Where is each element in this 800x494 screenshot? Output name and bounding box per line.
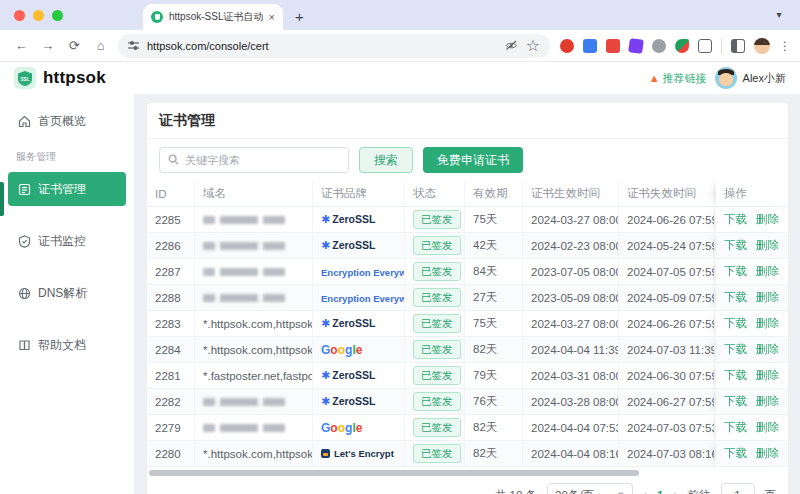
delete-link[interactable]: 删除 xyxy=(756,317,779,329)
cert-brand: ✱ZeroSSL xyxy=(313,311,405,337)
cert-domain xyxy=(195,285,313,311)
user-menu[interactable]: Alex小新 xyxy=(715,67,786,89)
cert-expire-time: 2024-07-03 11:39:38 xyxy=(619,337,715,363)
home-icon[interactable]: ⌂ xyxy=(91,34,112,58)
download-link[interactable]: 下载 xyxy=(724,265,747,277)
cert-effective-time: 2024-04-04 08:16:25 xyxy=(523,441,619,467)
scrollbar-thumb[interactable] xyxy=(149,470,639,476)
sidebar-item-help-docs[interactable]: 帮助文档 xyxy=(8,328,126,362)
cert-validity: 75天 xyxy=(465,311,523,337)
tab-close-icon[interactable]: × xyxy=(269,11,275,23)
maximize-window-button[interactable] xyxy=(52,10,63,21)
cert-brand: Encryption Everywhere™ xyxy=(313,285,405,311)
side-panel-icon[interactable] xyxy=(731,39,745,53)
ext-gray-circle[interactable] xyxy=(652,39,666,53)
cert-expire-time: 2024-07-03 08:16:24 xyxy=(619,441,715,467)
delete-link[interactable]: 删除 xyxy=(756,369,779,381)
cert-effective-time: 2024-03-28 08:00:00 xyxy=(523,389,619,415)
close-window-button[interactable] xyxy=(14,10,25,21)
profile-avatar[interactable] xyxy=(754,38,770,54)
extensions-puzzle-icon[interactable] xyxy=(698,39,712,53)
next-page-button[interactable]: › xyxy=(674,488,678,494)
cert-effective-time: 2024-03-27 08:00:00 xyxy=(523,311,619,337)
col-id: ID xyxy=(147,181,195,207)
download-link[interactable]: 下载 xyxy=(724,213,747,225)
flame-icon: ▲ xyxy=(649,72,660,84)
download-link[interactable]: 下载 xyxy=(724,395,747,407)
status-badge: 已签发 xyxy=(413,340,461,359)
ext-purple-square[interactable] xyxy=(628,38,644,54)
ext-red-circle[interactable] xyxy=(560,39,574,53)
horizontal-scrollbar[interactable] xyxy=(149,470,786,476)
password-hidden-icon[interactable] xyxy=(505,40,518,51)
site-settings-icon[interactable] xyxy=(128,40,139,51)
ext-red-square[interactable] xyxy=(606,39,620,53)
download-link[interactable]: 下载 xyxy=(724,369,747,381)
cert-actions-cell: 下载删除 xyxy=(716,259,788,285)
table-row: 2279 Google 已签发 82天 2024-04-04 07:53:53 … xyxy=(147,415,788,441)
col-actions: 操作 xyxy=(716,181,788,207)
cert-validity: 79天 xyxy=(465,363,523,389)
sidebar-item-cert-management[interactable]: 证书管理 xyxy=(8,172,126,206)
referral-link[interactable]: ▲ 推荐链接 xyxy=(649,71,707,86)
sidebar-item-home[interactable]: 首页概览 xyxy=(8,104,126,138)
page-unit: 页 xyxy=(765,488,777,494)
toolbar-divider xyxy=(721,38,722,54)
col-validity: 有效期 xyxy=(465,181,523,207)
forward-icon[interactable]: → xyxy=(38,34,59,58)
delete-link[interactable]: 删除 xyxy=(756,343,779,355)
download-link[interactable]: 下载 xyxy=(724,343,747,355)
new-tab-button[interactable]: + xyxy=(295,8,304,25)
cert-validity: 82天 xyxy=(465,441,523,467)
cert-status-cell: 已签发 xyxy=(405,285,465,311)
menu-dots-icon[interactable]: ⋮ xyxy=(779,39,792,53)
cert-effective-time: 2024-04-04 07:53:53 xyxy=(523,415,619,441)
cert-validity: 76天 xyxy=(465,389,523,415)
tab-search-chevron-icon[interactable]: ▾ xyxy=(768,5,790,23)
back-icon[interactable]: ← xyxy=(11,34,32,58)
prev-page-button[interactable]: ‹ xyxy=(643,488,647,494)
minimize-window-button[interactable] xyxy=(33,10,44,21)
page-size-select[interactable]: 20条/页 ▼ xyxy=(547,483,633,494)
window-controls[interactable] xyxy=(0,10,77,30)
status-badge: 已签发 xyxy=(413,392,461,411)
cert-validity: 42天 xyxy=(465,233,523,259)
url-text[interactable]: httpsok.com/console/cert xyxy=(147,40,497,52)
download-link[interactable]: 下载 xyxy=(724,317,747,329)
delete-link[interactable]: 删除 xyxy=(756,447,779,459)
download-link[interactable]: 下载 xyxy=(724,291,747,303)
goto-page-input[interactable]: 1 xyxy=(721,483,755,494)
current-page[interactable]: 1 xyxy=(657,489,663,494)
download-link[interactable]: 下载 xyxy=(724,447,747,459)
download-link[interactable]: 下载 xyxy=(724,239,747,251)
delete-link[interactable]: 删除 xyxy=(756,239,779,251)
cert-status-cell: 已签发 xyxy=(405,389,465,415)
app-header: SSL httpsok ▲ 推荐链接 Alex小新 xyxy=(0,62,800,94)
search-input[interactable]: 关键字搜索 xyxy=(159,147,349,173)
delete-link[interactable]: 删除 xyxy=(756,421,779,433)
ext-blue-square[interactable] xyxy=(583,39,597,53)
cert-actions-cell: 下载删除 xyxy=(716,389,788,415)
sidebar-item-dns[interactable]: DNS解析 xyxy=(8,276,126,310)
cert-id: 2283 xyxy=(147,311,195,337)
brand[interactable]: SSL httpsok xyxy=(14,67,106,89)
delete-link[interactable]: 删除 xyxy=(756,291,779,303)
apply-cert-button[interactable]: 免费申请证书 xyxy=(423,147,523,173)
cert-status-cell: 已签发 xyxy=(405,311,465,337)
address-bar[interactable]: httpsok.com/console/cert ☆ xyxy=(118,34,550,58)
browser-tab[interactable]: httpsok-SSL证书自动续期|长 × xyxy=(143,4,283,30)
delete-link[interactable]: 删除 xyxy=(756,213,779,225)
search-button[interactable]: 搜索 xyxy=(359,147,413,173)
table-row: 2285 ✱ZeroSSL 已签发 75天 2024-03-27 08:00:0… xyxy=(147,207,788,233)
cert-domain xyxy=(195,233,313,259)
reload-icon[interactable]: ⟳ xyxy=(64,34,85,58)
delete-link[interactable]: 删除 xyxy=(756,265,779,277)
cert-actions-cell: 下载删除 xyxy=(716,441,788,467)
download-link[interactable]: 下载 xyxy=(724,421,747,433)
ext-green-dart[interactable] xyxy=(675,39,689,53)
sidebar-item-cert-monitor[interactable]: 证书监控 xyxy=(8,224,126,258)
delete-link[interactable]: 删除 xyxy=(756,395,779,407)
cert-status-cell: 已签发 xyxy=(405,337,465,363)
bookmark-star-icon[interactable]: ☆ xyxy=(526,36,540,55)
cert-effective-time: 2024-03-31 08:00:00 xyxy=(523,363,619,389)
